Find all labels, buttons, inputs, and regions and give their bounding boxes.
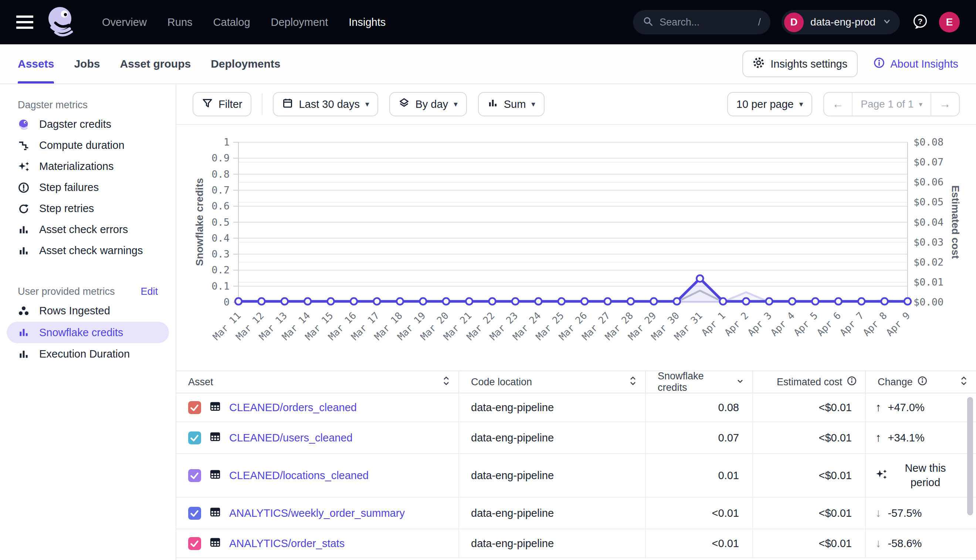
org-name: data-eng-prod (811, 16, 876, 28)
nav-link-insights[interactable]: Insights (349, 16, 386, 28)
group-by-dropdown[interactable]: By day ▾ (389, 92, 466, 117)
dagster-logo-icon[interactable] (44, 4, 80, 41)
filter-button[interactable]: Filter (192, 92, 251, 117)
row-checkbox[interactable] (188, 401, 201, 414)
nav-link-catalog[interactable]: Catalog (213, 16, 250, 28)
edit-metrics-link[interactable]: Edit (140, 286, 158, 297)
nav-link-runs[interactable]: Runs (167, 16, 192, 28)
svg-text:Apr 7: Apr 7 (838, 310, 866, 338)
sort-icon[interactable] (442, 375, 450, 389)
row-checkbox[interactable] (188, 432, 201, 444)
funnel-icon (202, 98, 213, 111)
prev-page-button[interactable]: ← (824, 93, 852, 116)
sidebar-item-materializations[interactable]: Materializations (0, 156, 175, 177)
page-indicator-label: Page 1 of 1 (861, 98, 914, 110)
top-nav: Overview Runs Catalog Deployment Insight… (0, 0, 976, 44)
page-indicator-dropdown[interactable]: Page 1 of 1 ▾ (852, 93, 931, 116)
credits-cell: <0.01 (645, 529, 752, 557)
info-icon[interactable] (917, 376, 928, 388)
svg-text:$0.08: $0.08 (914, 136, 943, 148)
asset-cell: CLEANED/orders_cleaned (176, 393, 458, 422)
hamburger-menu-icon[interactable] (16, 15, 33, 29)
svg-text:?: ? (918, 17, 923, 25)
sidebar-item-rows-ingested[interactable]: Rows Ingested (0, 300, 175, 322)
per-page-dropdown[interactable]: 10 per page ▾ (727, 92, 812, 117)
tab-asset-groups[interactable]: Asset groups (120, 44, 191, 83)
table-header: Asset Code location Snowflake credits (176, 371, 976, 393)
change-value: -57.5% (888, 507, 922, 519)
bar-chart-icon (487, 98, 498, 111)
sidebar-item-label: Asset check warnings (39, 245, 143, 257)
sidebar-item-asset-check-errors[interactable]: Asset check errors (0, 219, 175, 240)
per-page-label: 10 per page (737, 98, 794, 110)
column-header-code-location: Code location (458, 371, 645, 393)
aggregate-label: Sum (504, 98, 526, 110)
sidebar-item-label: Step retries (39, 202, 94, 215)
layers-icon (399, 98, 409, 111)
about-insights-link[interactable]: About Insights (873, 57, 958, 71)
sidebar-item-label: Materializations (39, 160, 114, 173)
bar-chart-icon (18, 348, 30, 360)
search-input[interactable]: Search... / (633, 10, 770, 34)
column-header-credits: Snowflake credits (645, 371, 752, 393)
svg-text:Apr 8: Apr 8 (861, 310, 889, 338)
nav-link-deployment[interactable]: Deployment (271, 16, 328, 28)
aggregate-dropdown[interactable]: Sum ▾ (478, 92, 545, 117)
cost-cell: <$0.01 (752, 498, 865, 528)
sidebar-item-step-failures[interactable]: Step failures (0, 177, 175, 198)
info-icon[interactable] (847, 376, 857, 388)
next-page-button[interactable]: → (931, 93, 959, 116)
chevron-down-icon: ▾ (531, 100, 535, 108)
sidebar-item-dagster-credits[interactable]: Dagster credits (0, 114, 175, 135)
sidebar-item-asset-check-warnings[interactable]: Asset check warnings (0, 240, 175, 261)
row-checkbox[interactable] (188, 469, 201, 482)
asset-link[interactable]: CLEANED/orders_cleaned (229, 402, 357, 414)
cost-cell: <$0.01 (752, 422, 865, 453)
code-location-cell: data-eng-pipeline (458, 498, 645, 528)
about-insights-label: About Insights (890, 58, 958, 70)
alert-circle-icon (18, 182, 30, 193)
user-avatar[interactable]: E (939, 12, 960, 33)
sidebar-item-step-retries[interactable]: Step retries (0, 198, 175, 219)
info-icon (873, 57, 885, 71)
row-checkbox[interactable] (188, 507, 201, 520)
credits-chart[interactable]: 10.90.80.70.60.50.40.30.20.10$0.08$0.07$… (176, 125, 976, 370)
insights-settings-label: Insights settings (770, 58, 847, 70)
chevron-down-icon[interactable] (736, 377, 744, 388)
date-range-dropdown[interactable]: Last 30 days ▾ (273, 92, 378, 117)
asset-link[interactable]: CLEANED/users_cleaned (229, 432, 353, 444)
svg-text:0: 0 (224, 296, 230, 308)
tab-jobs[interactable]: Jobs (74, 44, 100, 83)
svg-text:0.3: 0.3 (211, 248, 230, 260)
org-switcher[interactable]: D data-eng-prod (782, 10, 900, 34)
arrow-down-icon: ↓ (876, 507, 881, 520)
svg-text:Apr 4: Apr 4 (769, 310, 797, 338)
sidebar-item-execution-duration[interactable]: Execution Duration (0, 343, 175, 365)
sidebar-section-label: User provided metrics (18, 286, 115, 297)
table-asset-icon (209, 537, 221, 551)
arrow-up-icon: ↑ (876, 401, 881, 414)
metrics-sidebar: Dagster metrics Dagster credits Compute … (0, 84, 176, 560)
sort-icon[interactable] (960, 375, 968, 389)
svg-text:0.6: 0.6 (211, 200, 230, 212)
sort-icon[interactable] (629, 375, 637, 389)
tab-deployments[interactable]: Deployments (211, 44, 280, 83)
insights-settings-button[interactable]: Insights settings (742, 51, 858, 77)
svg-text:Apr 1: Apr 1 (699, 310, 727, 338)
calendar-icon (282, 98, 293, 111)
asset-link[interactable]: ANALYTICS/weekly_order_summary (229, 507, 405, 519)
sidebar-item-compute-duration[interactable]: Compute duration (0, 135, 175, 156)
tab-assets[interactable]: Assets (18, 44, 54, 83)
nav-link-overview[interactable]: Overview (102, 16, 147, 28)
scrollbar-thumb[interactable] (967, 397, 973, 515)
asset-link[interactable]: ANALYTICS/order_stats (229, 537, 344, 550)
svg-text:$0.05: $0.05 (914, 196, 943, 208)
help-icon[interactable]: ? (912, 13, 929, 32)
row-checkbox[interactable] (188, 537, 201, 550)
sparkle-icon (18, 161, 30, 173)
table-row: ANALYTICS/order_statsdata-eng-pipeline<0… (176, 529, 976, 558)
sidebar-item-label: Step failures (39, 182, 99, 193)
asset-link[interactable]: CLEANED/locations_cleaned (229, 470, 369, 482)
code-location-cell: data-eng-pipeline (458, 393, 645, 422)
sidebar-item-snowflake-credits[interactable]: Snowflake credits (7, 322, 169, 343)
